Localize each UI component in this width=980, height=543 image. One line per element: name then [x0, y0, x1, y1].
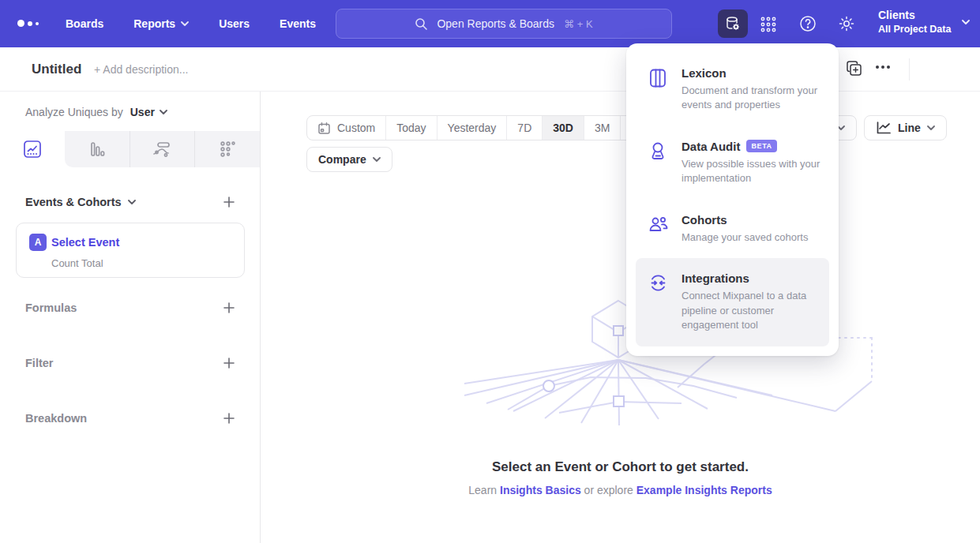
analyze-by-value: User [130, 106, 155, 118]
formulas-section: Formulas [25, 301, 236, 315]
chevron-down-icon [927, 125, 935, 130]
grid-dots-icon [760, 16, 777, 33]
more-options-button[interactable] [876, 66, 890, 69]
top-nav: Boards Reports Users Events Open Reports… [0, 0, 980, 47]
report-description-input[interactable]: + Add description... [94, 47, 188, 92]
project-switcher[interactable]: Clients All Project Data [878, 8, 970, 36]
nav-events-label: Events [280, 17, 316, 30]
menu-item-cohorts[interactable]: Cohorts Manage your saved cohorts [636, 200, 829, 258]
nav-users-label: Users [219, 17, 250, 30]
date-range-7d[interactable]: 7D [506, 116, 542, 140]
metrics-tab-icon [218, 140, 237, 159]
date-range-today[interactable]: Today [385, 116, 436, 140]
data-management-button[interactable] [718, 9, 748, 38]
line-chart-tab-icon [23, 140, 42, 159]
data-audit-icon [648, 140, 669, 186]
chevron-down-icon [373, 157, 381, 162]
calendar-icon [317, 122, 331, 135]
add-breakdown-button[interactable] [222, 411, 236, 425]
chevron-down-icon [181, 21, 189, 26]
integrations-title: Integrations [681, 272, 749, 285]
filter-label: Filter [25, 357, 53, 369]
events-cohorts-text: Events & Cohorts [25, 196, 122, 208]
integrations-icon [648, 272, 669, 332]
report-title[interactable]: Untitled [32, 47, 81, 92]
breakdown-label: Breakdown [25, 412, 87, 425]
header-divider [909, 58, 910, 81]
help-button[interactable] [798, 14, 817, 33]
analyze-by-selector[interactable]: User [130, 106, 167, 118]
chart-type-dropdown[interactable]: Line [864, 115, 947, 140]
help-icon [798, 14, 817, 33]
cohorts-description: Manage your saved cohorts [681, 230, 808, 245]
nav-boards[interactable]: Boards [66, 17, 103, 30]
lexicon-icon [648, 66, 669, 113]
plus-icon [223, 301, 235, 314]
compare-label: Compare [318, 153, 366, 166]
search-placeholder: Open Reports & Boards [437, 17, 554, 30]
insights-basics-link[interactable]: Insights Basics [500, 484, 581, 496]
date-range-yesterday-label: Yesterday [448, 122, 497, 134]
date-range-3m[interactable]: 3M [584, 116, 620, 140]
mixpanel-logo-icon[interactable] [17, 20, 39, 27]
date-range-today-label: Today [396, 122, 426, 134]
menu-item-lexicon[interactable]: Lexicon Document and transform your even… [636, 53, 829, 126]
event-row-card[interactable]: A Select Event Count Total [16, 223, 245, 278]
tab-flow[interactable] [130, 131, 195, 167]
chevron-down-icon [160, 110, 167, 114]
lexicon-title: Lexicon [681, 66, 727, 80]
add-filter-button[interactable] [222, 356, 236, 370]
menu-item-data-audit[interactable]: Data Audit BETA View possible issues wit… [636, 126, 829, 200]
report-canvas: Custom Today Yesterday 7D 30D 3M 6M Comp… [261, 92, 980, 543]
tab-insights-line[interactable] [0, 131, 65, 167]
nav-events[interactable]: Events [280, 17, 316, 30]
nav-boards-label: Boards [66, 17, 103, 30]
empty-state-title: Select an Event or Cohort to get started… [261, 459, 980, 475]
database-gear-icon [724, 15, 742, 32]
chevron-down-icon [128, 200, 136, 204]
bar-chart-tab-icon [88, 140, 107, 159]
formulas-label: Formulas [25, 301, 77, 314]
menu-item-integrations[interactable]: Integrations Connect Mixpanel to a data … [636, 258, 829, 346]
date-range-selector: Custom Today Yesterday 7D 30D 3M 6M [306, 115, 658, 140]
data-management-menu: Lexicon Document and transform your even… [626, 43, 839, 356]
tab-metrics[interactable] [194, 131, 260, 167]
search-icon [415, 17, 427, 30]
count-total-selector[interactable]: Count Total [51, 257, 103, 269]
tab-bar-chart[interactable] [65, 131, 130, 167]
events-cohorts-label[interactable]: Events & Cohorts [25, 196, 136, 208]
date-range-custom[interactable]: Custom [307, 116, 385, 140]
filter-section: Filter [25, 356, 236, 370]
nav-users[interactable]: Users [219, 17, 250, 30]
date-range-yesterday[interactable]: Yesterday [437, 116, 507, 140]
data-audit-description: View possible issues with your implement… [681, 157, 823, 186]
lexicon-description: Document and transform your events and p… [681, 84, 823, 113]
date-range-30d-selected[interactable]: 30D [542, 116, 584, 140]
cohorts-icon [648, 213, 669, 245]
analyze-by-row: Analyze Uniques by User [25, 106, 167, 118]
compare-dropdown[interactable]: Compare [306, 147, 392, 172]
select-event-button[interactable]: Select Event [51, 236, 119, 249]
example-reports-link[interactable]: Example Insights Reports [636, 484, 772, 496]
analyze-by-label: Analyze Uniques by [25, 106, 123, 118]
plus-icon [223, 412, 235, 425]
data-audit-title: Data Audit [681, 140, 740, 153]
learn-prefix: Learn [468, 484, 500, 496]
event-series-badge: A [29, 234, 47, 251]
breakdown-section: Breakdown [25, 411, 236, 425]
date-range-30d-label: 30D [553, 122, 573, 134]
cohorts-title: Cohorts [681, 213, 727, 227]
date-range-3m-label: 3M [595, 122, 610, 134]
date-range-custom-label: Custom [337, 122, 375, 134]
line-chart-icon [876, 121, 892, 135]
nav-reports[interactable]: Reports [133, 17, 189, 30]
add-event-button[interactable] [222, 195, 236, 209]
add-formula-button[interactable] [222, 301, 236, 315]
apps-grid-button[interactable] [760, 16, 777, 33]
empty-state-links: Learn Insights Basics or explore Example… [261, 484, 980, 496]
nav-reports-label: Reports [133, 17, 175, 30]
app-window: Boards Reports Users Events Open Reports… [0, 0, 980, 543]
global-search-input[interactable]: Open Reports & Boards ⌘ + K [336, 9, 672, 39]
settings-button[interactable] [837, 14, 856, 33]
duplicate-report-button[interactable] [846, 60, 862, 77]
